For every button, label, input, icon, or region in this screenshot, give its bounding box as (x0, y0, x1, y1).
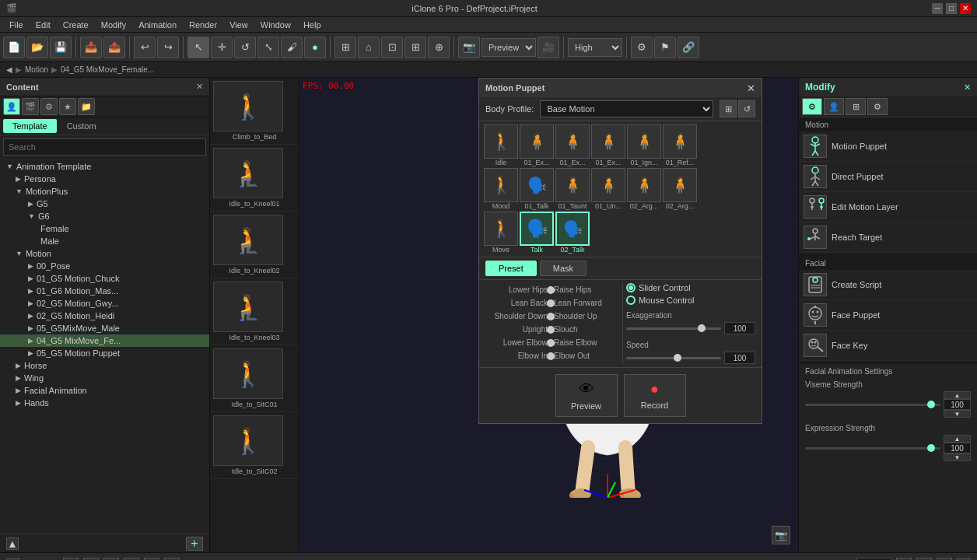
tb-scale[interactable]: ⤡ (257, 37, 279, 58)
motion-01un[interactable]: 🧍 01_Un... (591, 168, 625, 210)
tree-item-motionplus[interactable]: ▼ MotionPlus (0, 185, 209, 198)
speed-track[interactable] (626, 357, 721, 359)
forward-button[interactable]: ⏭ (164, 558, 180, 561)
tb-home[interactable]: ⌂ (358, 37, 380, 58)
mp-bp-btn2[interactable]: ↺ (738, 100, 755, 117)
motion-talk-selected[interactable]: 🗣️ Talk (520, 212, 554, 254)
slider-thumb[interactable] (547, 326, 555, 334)
modify-tab-4[interactable]: ⚙ (867, 98, 888, 115)
motion-01ex3[interactable]: 🧍 01_Ex... (591, 124, 625, 166)
expression-up-btn[interactable]: ▲ (944, 435, 971, 443)
motion-01ex2[interactable]: 🧍 01_Ex... (555, 124, 590, 166)
create-script-item[interactable]: Create Script (799, 270, 977, 300)
rewind-button[interactable]: ⏮ (103, 558, 119, 561)
tb-rotate[interactable]: ↺ (234, 37, 256, 58)
menu-create[interactable]: Create (57, 19, 95, 31)
menu-modify[interactable]: Modify (95, 19, 132, 31)
tb-cam2[interactable]: 🎥 (538, 37, 559, 58)
add-button[interactable]: + (186, 537, 203, 551)
content-icon-folder[interactable]: 📁 (78, 98, 95, 115)
tb-flag[interactable]: ⚑ (654, 37, 676, 58)
thumb-idle-sitc01[interactable]: 🚶 Idle_to_SitC01 (210, 345, 299, 412)
viewport[interactable]: FPS: 00.00 Motion Puppet ✕ Body Profile:… (299, 78, 798, 552)
expression-down-btn[interactable]: ▼ (944, 453, 971, 461)
tree-item-00pose[interactable]: ▶ 00_Pose (0, 260, 209, 272)
tree-item-01g6[interactable]: ▶ 01_G6 Motion_Mas... (0, 285, 209, 297)
tree-item-hands[interactable]: ▶ Hands (0, 397, 209, 409)
mp-tab-mask[interactable]: Mask (540, 261, 587, 276)
minimize-button[interactable]: ─ (932, 3, 943, 14)
tb-move[interactable]: ✛ (211, 37, 233, 58)
motion-02arg1[interactable]: 🧍 02_Arg... (627, 168, 661, 210)
expression-thumb[interactable] (927, 444, 935, 452)
tb-focus[interactable]: ⊡ (381, 37, 403, 58)
prev-frame-button[interactable]: ⏪ (124, 558, 139, 561)
expression-input[interactable] (944, 443, 971, 453)
tb-settings[interactable]: ⚙ (631, 37, 653, 58)
modify-tab-1[interactable]: ⚙ (802, 98, 822, 115)
content-panel-close[interactable]: ✕ (196, 82, 203, 92)
tb-open[interactable]: 📂 (26, 37, 48, 58)
tree-item-05mixmale[interactable]: ▶ 05_G5MixMove_Male (0, 322, 209, 334)
mp-bp-btn1[interactable]: ⊞ (720, 100, 737, 117)
tree-item-g6[interactable]: ▼ G6 (0, 210, 209, 222)
tree-item-horse[interactable]: ▶ Horse (0, 359, 209, 372)
modify-close[interactable]: ✕ (964, 82, 971, 93)
menu-window[interactable]: Window (254, 19, 297, 31)
tb-more[interactable]: ⊕ (428, 37, 450, 58)
bc-motion[interactable]: Motion (25, 65, 48, 74)
tree-item-male[interactable]: Male (0, 235, 209, 247)
preview-select[interactable]: Preview (481, 38, 536, 57)
thumb-idle-kneel03[interactable]: 🧎 Idle_to_Kneel03 (210, 278, 299, 345)
direct-puppet-item[interactable]: Direct Puppet (799, 162, 977, 192)
search-input[interactable] (3, 138, 206, 156)
tb-save[interactable]: 💾 (50, 37, 72, 58)
tb-align[interactable]: ⊞ (404, 37, 426, 58)
face-puppet-item[interactable]: Face Puppet (799, 300, 977, 331)
thumb-idle-kneel01[interactable]: 🧎 Idle_to_Kneel01 (210, 145, 299, 212)
slider-thumb[interactable] (547, 313, 555, 320)
motion-01taunt[interactable]: 🧍 01_Taunt (555, 168, 590, 210)
menu-edit[interactable]: Edit (30, 19, 57, 31)
edit-motion-layer-item[interactable]: Edit Motion Layer (799, 192, 977, 222)
content-icon-star[interactable]: ★ (59, 98, 76, 115)
radio-btn[interactable] (626, 283, 636, 292)
bc-back[interactable]: ◀ (6, 65, 12, 74)
content-icon-anim[interactable]: 🎬 (22, 98, 39, 115)
menu-help[interactable]: Help (297, 19, 327, 31)
menu-view[interactable]: View (223, 19, 254, 31)
modify-tab-2[interactable]: 👤 (824, 98, 844, 115)
viseme-up-btn[interactable]: ▲ (944, 391, 971, 399)
tree-item-wing[interactable]: ▶ Wing (0, 372, 209, 384)
menu-animation[interactable]: Animation (132, 19, 183, 31)
tree-item-05g5puppet[interactable]: ▶ 05_G5 Motion Puppet (0, 347, 209, 359)
speed-input[interactable] (724, 352, 755, 364)
slider-thumb[interactable] (547, 339, 555, 347)
thumb-climb-bed[interactable]: 🚶 Climb_to_Bed (210, 78, 299, 145)
slider-thumb[interactable] (547, 352, 555, 360)
exaggeration-input[interactable] (724, 322, 755, 334)
menu-render[interactable]: Render (183, 19, 223, 31)
viseme-track[interactable] (805, 404, 940, 406)
thumb-idle-kneel02[interactable]: 🧎 Idle_to_Kneel02 (210, 212, 299, 278)
record-button[interactable]: ● Record (624, 374, 686, 417)
quality-select[interactable]: High Medium Low (568, 38, 622, 57)
mp-tab-preset[interactable]: Preset (485, 261, 537, 276)
viseme-input[interactable] (944, 399, 971, 410)
tb-cam1[interactable]: 📷 (458, 37, 480, 58)
tb-select[interactable]: ↖ (187, 37, 209, 58)
stop-button[interactable]: ■ (83, 558, 99, 561)
tree-item-04mixfe[interactable]: ▶ 04_G5 MixMove_Fe... (0, 334, 209, 347)
motion-01ign[interactable]: 🧍 01_Ign... (627, 124, 661, 166)
motion-02talk-selected[interactable]: 🗣️ 02_Talk (555, 212, 590, 254)
tb-export[interactable]: 📤 (103, 37, 125, 58)
reach-target-item[interactable]: Reach Target (799, 222, 977, 253)
tb-green-btn[interactable]: ● (304, 37, 326, 58)
content-icon-gear[interactable]: ⚙ (40, 98, 58, 115)
motion-puppet-item[interactable]: Motion Puppet (799, 131, 977, 162)
motion-mood[interactable]: 🚶 Mood (484, 168, 518, 210)
exaggeration-thumb[interactable] (698, 324, 706, 332)
viseme-thumb[interactable] (927, 401, 935, 408)
next-frame-button[interactable]: ⏩ (144, 558, 159, 561)
tl-expand-btn[interactable]: ⊞ (916, 558, 932, 561)
